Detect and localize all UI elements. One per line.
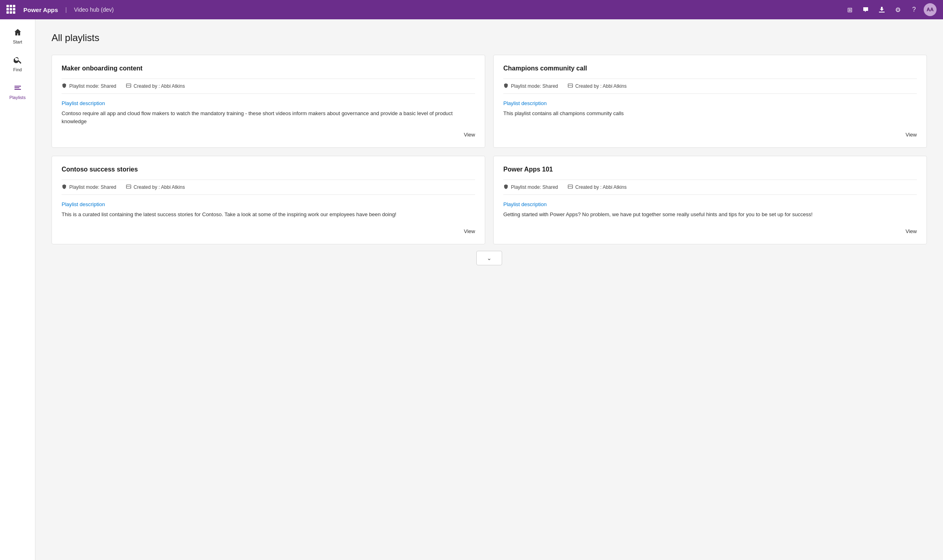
home-icon [14,27,22,38]
sidebar-item-start[interactable]: Start [2,23,33,49]
playlist-card-powerapps101: Power Apps 101 Playlist mode: Shared Cre… [493,156,927,244]
top-navigation: Power Apps | Video hub (dev) ⊞ ⚙ ? AA [0,0,943,19]
card-desc-label-0[interactable]: Playlist description [62,100,475,106]
main-layout: Start Find Playlists All playlists [0,19,943,560]
card-created-2: Created by : Abbi Atkins [126,184,185,190]
app-subtitle: Video hub (dev) [74,6,114,13]
settings-icon-btn[interactable]: ⚙ [891,3,904,16]
avatar-btn[interactable]: AA [924,3,937,16]
app-title: Power Apps [23,6,58,13]
card-meta-3: Playlist mode: Shared Created by : Abbi … [503,180,917,195]
card-view-btn-3[interactable]: View [906,222,917,234]
playlist-grid: Maker onboarding content Playlist mode: … [52,55,927,244]
sidebar: Start Find Playlists [0,19,35,560]
sidebar-item-find[interactable]: Find [2,50,33,76]
playlist-card-maker-onboarding: Maker onboarding content Playlist mode: … [52,55,485,148]
card-meta-2: Playlist mode: Shared Created by : Abbi … [62,180,475,195]
chevron-down-icon: ⌄ [487,255,492,261]
sidebar-playlists-label: Playlists [9,95,25,100]
title-separator: | [65,6,67,13]
page-title: All playlists [52,32,927,43]
card-desc-label-3[interactable]: Playlist description [503,201,917,207]
card-desc-text-0: Contoso require all app and cloud flow m… [62,110,475,125]
sidebar-item-playlists[interactable]: Playlists [2,78,33,104]
search-icon [14,54,22,66]
card-meta-0: Playlist mode: Shared Created by : Abbi … [62,79,475,94]
apps-icon-btn[interactable]: ⊞ [843,3,856,16]
card-mode-0: Playlist mode: Shared [62,83,116,89]
card-view-btn-0[interactable]: View [464,125,475,138]
shield-icon-0 [62,83,67,89]
card-meta-1: Playlist mode: Shared Created by : Abbi … [503,79,917,94]
card-title-2: Contoso success stories [62,166,475,173]
image-icon-0 [126,83,131,89]
topnav-left: Power Apps | Video hub (dev) [6,5,114,14]
image-icon-2 [126,184,131,190]
playlist-card-champions: Champions community call Playlist mode: … [493,55,927,148]
card-mode-1: Playlist mode: Shared [503,83,558,89]
card-mode-3: Playlist mode: Shared [503,184,558,190]
download-icon-btn[interactable] [875,3,888,16]
scroll-down-container: ⌄ [52,244,927,272]
card-created-1: Created by : Abbi Atkins [568,83,627,89]
shield-icon-3 [503,184,509,190]
playlist-card-contoso: Contoso success stories Playlist mode: S… [52,156,485,244]
card-created-3: Created by : Abbi Atkins [568,184,627,190]
image-icon-1 [568,83,573,89]
image-icon-3 [568,184,573,190]
shield-icon-1 [503,83,509,89]
help-icon-btn[interactable]: ? [908,3,920,16]
sidebar-start-label: Start [13,39,22,45]
card-view-btn-2[interactable]: View [464,222,475,234]
card-created-0: Created by : Abbi Atkins [126,83,185,89]
scroll-down-button[interactable]: ⌄ [476,251,502,265]
card-title-1: Champions community call [503,65,917,72]
card-desc-label-2[interactable]: Playlist description [62,201,475,207]
waffle-icon[interactable] [6,5,16,14]
card-mode-2: Playlist mode: Shared [62,184,116,190]
chat-icon-btn[interactable] [859,3,872,16]
card-title-0: Maker onboarding content [62,65,475,72]
card-desc-text-1: This playlist contains all champions com… [503,110,917,125]
card-desc-text-2: This is a curated list containing the la… [62,211,475,222]
card-title-3: Power Apps 101 [503,166,917,173]
shield-icon-2 [62,184,67,190]
topnav-right: ⊞ ⚙ ? AA [843,3,937,16]
card-desc-text-3: Getting started with Power Apps? No prob… [503,211,917,222]
playlists-icon [14,82,22,93]
main-content: All playlists Maker onboarding content P… [35,19,943,560]
card-view-btn-1[interactable]: View [906,125,917,138]
sidebar-find-label: Find [13,67,22,72]
card-desc-label-1[interactable]: Playlist description [503,100,917,106]
